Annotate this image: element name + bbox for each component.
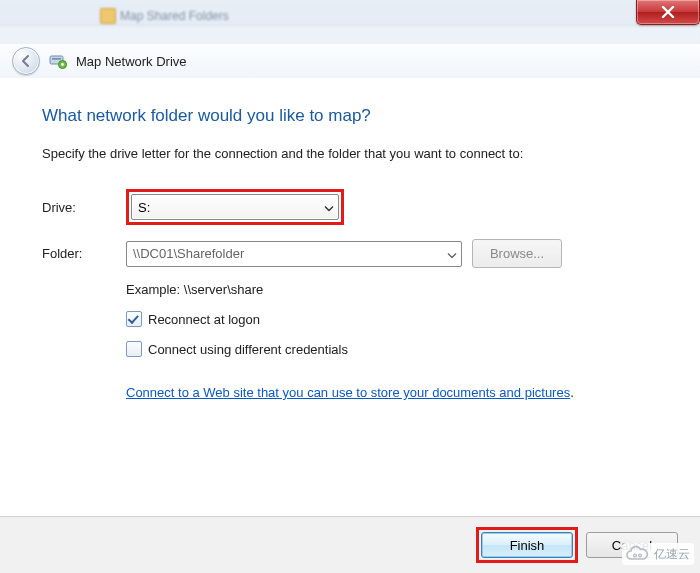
- wizard-title: Map Network Drive: [76, 54, 187, 69]
- credentials-row: Connect using different credentials: [126, 341, 658, 357]
- reconnect-checkbox[interactable]: [126, 311, 142, 327]
- finish-label: Finish: [510, 538, 545, 553]
- arrow-left-icon: [19, 54, 33, 68]
- drive-dropdown[interactable]: S:: [131, 194, 339, 220]
- watermark-text: 亿速云: [654, 546, 690, 563]
- close-icon: [661, 6, 675, 18]
- chevron-down-icon: [324, 200, 334, 215]
- wizard-body: What network folder would you like to ma…: [0, 78, 700, 517]
- web-storage-link-text: Connect to a Web site that you can use t…: [126, 385, 570, 400]
- svg-point-5: [639, 554, 642, 557]
- example-text: Example: \\server\share: [126, 282, 658, 297]
- highlight-drive: S:: [126, 189, 344, 225]
- credentials-checkbox[interactable]: [126, 341, 142, 357]
- close-button[interactable]: [636, 0, 700, 25]
- drive-label: Drive:: [42, 200, 126, 215]
- highlight-finish: Finish: [476, 527, 578, 563]
- background-window-blur: Map Shared Folders: [0, 0, 700, 45]
- chevron-down-icon: [447, 246, 457, 261]
- svg-rect-1: [52, 58, 61, 60]
- finish-button[interactable]: Finish: [481, 532, 573, 558]
- web-storage-link[interactable]: Connect to a Web site that you can use t…: [126, 385, 570, 400]
- instruction-text: Specify the drive letter for the connect…: [42, 146, 658, 161]
- svg-point-3: [61, 63, 64, 66]
- reconnect-row: Reconnect at logon: [126, 311, 658, 327]
- watermark: 亿速云: [622, 543, 694, 565]
- drive-value: S:: [138, 200, 150, 215]
- wizard-footer: Finish Cancel: [0, 516, 700, 573]
- network-drive-icon: [48, 51, 68, 71]
- folder-label: Folder:: [42, 246, 126, 261]
- back-button[interactable]: [12, 47, 40, 75]
- browse-label: Browse...: [490, 246, 544, 261]
- page-heading: What network folder would you like to ma…: [42, 106, 658, 126]
- credentials-label: Connect using different credentials: [148, 342, 348, 357]
- cloud-icon: [624, 545, 650, 563]
- wizard-header: Map Network Drive: [0, 44, 700, 79]
- svg-point-4: [634, 554, 637, 557]
- reconnect-label: Reconnect at logon: [148, 312, 260, 327]
- folder-value: \\DC01\Sharefolder: [133, 246, 244, 261]
- browse-button[interactable]: Browse...: [472, 239, 562, 268]
- folder-row: Folder: \\DC01\Sharefolder Browse...: [42, 239, 658, 268]
- drive-row: Drive: S:: [42, 189, 658, 225]
- folder-combobox[interactable]: \\DC01\Sharefolder: [126, 241, 462, 267]
